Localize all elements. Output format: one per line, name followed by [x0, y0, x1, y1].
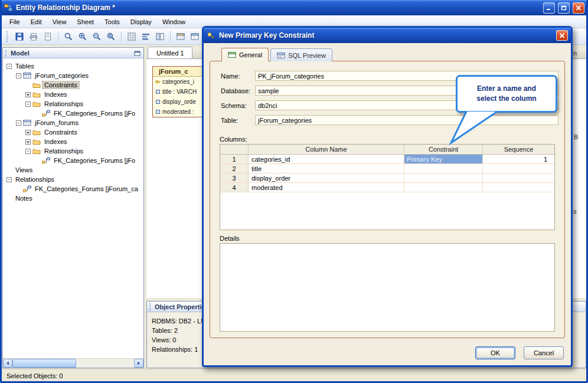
scroll-right-button[interactable]: [134, 359, 143, 368]
maximize-button[interactable]: [558, 2, 570, 14]
minimize-button[interactable]: [543, 2, 555, 14]
relationship-icon: [42, 157, 50, 164]
table-icon: [23, 119, 31, 126]
column-name-cell[interactable]: display_order: [249, 174, 404, 182]
zoom-button[interactable]: [62, 30, 75, 43]
menu-file[interactable]: File: [4, 17, 25, 27]
expander-icon[interactable]: -: [25, 149, 31, 154]
tree-item-tables[interactable]: - Tables: [3, 61, 143, 71]
column-name-cell[interactable]: categories_id: [249, 155, 404, 163]
column-name-cell[interactable]: moderated: [249, 183, 404, 192]
constraint-cell[interactable]: [404, 183, 483, 192]
details-textarea[interactable]: [220, 243, 555, 332]
zoom-in-button[interactable]: [76, 30, 89, 43]
tab-sql-preview[interactable]: SQL Preview: [270, 48, 332, 61]
table-input[interactable]: jForum_categories: [255, 115, 558, 125]
tree-item-indexes2[interactable]: + Indexes: [3, 137, 143, 146]
tab-untitled-1[interactable]: Untitled 1: [148, 47, 192, 58]
toolbar-grip[interactable]: [6, 31, 9, 42]
constraint-cell[interactable]: [404, 164, 483, 173]
expander-icon[interactable]: -: [16, 73, 21, 78]
grid-button[interactable]: [125, 30, 138, 43]
tree-item-relationships-root[interactable]: - Relationships: [3, 175, 143, 184]
dialog-title: New Primary Key Constraint: [219, 31, 553, 40]
table-row[interactable]: 3 display_order: [220, 174, 554, 183]
table-label: Table:: [221, 117, 238, 124]
statusbar: Selected Objects: 0: [2, 369, 586, 381]
tree-item-fk3[interactable]: FK_Categories_Forums [jForum_ca: [3, 184, 143, 194]
tree-item-notes[interactable]: Notes: [3, 194, 143, 203]
expander-icon[interactable]: +: [25, 139, 31, 145]
print-preview-button[interactable]: [41, 30, 54, 43]
details-label: Details: [220, 235, 240, 242]
expander-icon[interactable]: +: [25, 92, 31, 97]
ok-button[interactable]: OK: [475, 346, 515, 359]
tree-item-relationships2[interactable]: - Relationships: [3, 146, 143, 156]
table-row[interactable]: 2 title: [220, 164, 554, 174]
tree-item-constraints[interactable]: Constraints: [3, 80, 143, 90]
tree-item-jforum-categories[interactable]: - jForum_categories: [3, 71, 143, 80]
sequence-cell[interactable]: [483, 164, 554, 173]
print-button[interactable]: [27, 30, 40, 43]
sequence-cell[interactable]: [483, 183, 554, 192]
panel-float-icon[interactable]: [134, 50, 141, 56]
panel-grip[interactable]: [5, 50, 8, 57]
tree-item-fk[interactable]: FK_Categories_Forums [jFo: [3, 109, 143, 118]
menu-display[interactable]: Display: [125, 17, 157, 27]
er-column-label: categories_i: [162, 78, 194, 85]
expander-icon[interactable]: +: [25, 130, 31, 135]
tree-item-fk2[interactable]: FK_Categories_Forums [jFo: [3, 156, 143, 165]
menu-edit[interactable]: Edit: [25, 17, 47, 27]
tab-general[interactable]: General: [221, 48, 269, 61]
constraint-cell[interactable]: Primary Key: [404, 155, 483, 163]
row-number-cell: 3: [220, 174, 249, 182]
tree-item-jforum-forums[interactable]: - jForum_forums: [3, 118, 143, 127]
table-row[interactable]: 4 moderated: [220, 183, 554, 192]
columns-section-label: Columns:: [220, 136, 247, 143]
table-row[interactable]: 1 categories_id Primary Key 1: [220, 155, 554, 164]
menu-view[interactable]: View: [47, 17, 72, 27]
tree-item-views[interactable]: Views: [3, 165, 143, 175]
name-label: Name:: [221, 73, 240, 80]
expander-icon[interactable]: -: [6, 177, 12, 182]
zoom-fit-button[interactable]: [104, 30, 117, 43]
menu-sheet[interactable]: Sheet: [71, 17, 99, 27]
folder-icon: [32, 148, 41, 155]
tree-item-constraints2[interactable]: + Constraints: [3, 127, 143, 137]
sequence-cell[interactable]: [483, 174, 554, 182]
dialog-close-button[interactable]: [556, 30, 568, 41]
app-icon: [4, 3, 13, 12]
save-button[interactable]: [13, 30, 26, 43]
dialog-icon: [207, 31, 215, 40]
dialog-body: General SQL Preview Name: PK_jForum_cate…: [204, 43, 571, 365]
folder-icon: [32, 129, 41, 136]
horizontal-scrollbar[interactable]: [3, 358, 143, 368]
expander-icon[interactable]: -: [16, 120, 21, 126]
scrollbar-track[interactable]: [12, 359, 134, 368]
menu-tools[interactable]: Tools: [99, 17, 125, 27]
toolbar-separator: [58, 31, 58, 42]
tree-item-indexes[interactable]: + Indexes: [3, 90, 143, 99]
schema-label: Schema:: [221, 102, 246, 109]
sequence-cell[interactable]: 1: [483, 155, 554, 163]
constraint-cell[interactable]: [404, 174, 483, 182]
column-name-cell[interactable]: title: [249, 164, 404, 173]
align-button[interactable]: [139, 30, 152, 43]
new-view-button[interactable]: [188, 30, 201, 43]
close-button[interactable]: [573, 2, 584, 14]
scroll-left-button[interactable]: [3, 359, 12, 368]
tab-sql-preview-label: SQL Preview: [288, 52, 326, 59]
layout-button[interactable]: [153, 30, 166, 43]
expander-icon[interactable]: -: [25, 102, 31, 107]
new-table-button[interactable]: [174, 30, 187, 43]
scrollbar-thumb[interactable]: [12, 359, 76, 368]
menu-window[interactable]: Window: [157, 17, 191, 27]
status-text: Selected Objects: 0: [6, 372, 63, 379]
tree-item-relationships[interactable]: - Relationships: [3, 99, 143, 109]
zoom-out-button[interactable]: [90, 30, 103, 43]
expander-icon[interactable]: -: [6, 64, 12, 69]
panel-grip[interactable]: [149, 303, 152, 310]
clipped-text-fragment: n: [573, 50, 577, 57]
cancel-button[interactable]: Cancel: [524, 346, 564, 359]
row-number-header: [220, 145, 249, 154]
